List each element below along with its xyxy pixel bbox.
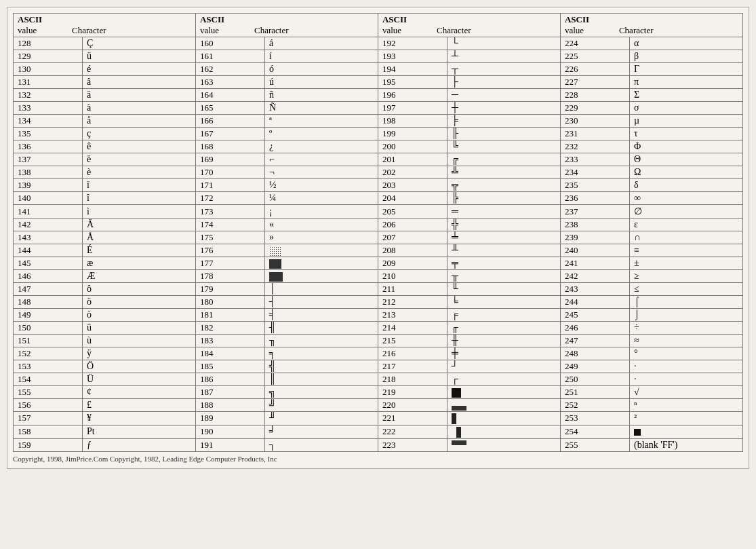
col4-row14-char: ε xyxy=(629,219,742,231)
col2-row18-value: 178 xyxy=(195,270,264,283)
col2-row7-value: 167 xyxy=(195,128,264,140)
table-row: 158Pt190╛222254 xyxy=(14,425,743,438)
col4-row26-char: · xyxy=(629,373,742,386)
col2-row31-char: ┐ xyxy=(265,438,378,451)
col4-row10-char: Ω xyxy=(629,166,742,179)
col1-row28-value: 156 xyxy=(14,399,83,412)
col1-row3-char: â xyxy=(83,76,196,89)
col4-row14-value: 238 xyxy=(560,219,629,231)
col3-row3-char: ├ xyxy=(447,76,560,89)
col4-row0-value: 224 xyxy=(560,37,629,50)
col1-row11-char: ï xyxy=(83,179,196,192)
col4-row31-value: 255 xyxy=(560,438,629,451)
col2-row11-char: ½ xyxy=(265,179,378,192)
col4-row23-value: 247 xyxy=(560,335,629,347)
col3-row24-char: ╪ xyxy=(447,347,560,360)
col4-row30-value: 254 xyxy=(560,425,629,438)
col1-row24-value: 152 xyxy=(14,347,83,360)
col2-row19-value: 179 xyxy=(195,283,264,296)
col1-row31-value: 159 xyxy=(14,438,83,451)
col1-row18-char: Æ xyxy=(83,270,196,283)
col2-row1-char: í xyxy=(265,50,378,63)
table-row: 152ÿ184╕216╪248° xyxy=(14,347,743,360)
col2-row31-value: 191 xyxy=(195,438,264,451)
col4-row17-value: 241 xyxy=(560,257,629,270)
col2-row15-value: 175 xyxy=(195,231,264,244)
col2-row6-char: ª xyxy=(265,115,378,128)
col1-row6-value: 134 xyxy=(14,115,83,128)
col3-row13-value: 205 xyxy=(378,205,447,219)
col4-row28-value: 252 xyxy=(560,399,629,412)
col1-row25-char: Ö xyxy=(83,360,196,373)
col3-row19-char: ╙ xyxy=(447,283,560,296)
col1-row20-char: ö xyxy=(83,296,196,309)
col1-row4-value: 132 xyxy=(14,89,83,102)
table-row: 153Ö185╣217┘249· xyxy=(14,360,743,373)
col3-row17-char: ╤ xyxy=(447,257,560,270)
col2-row23-char: ╖ xyxy=(265,335,378,347)
col1-row14-char: Ä xyxy=(83,219,196,231)
col1-row23-value: 151 xyxy=(14,335,83,347)
col2-row2-value: 162 xyxy=(195,63,264,76)
col4-row20-value: 244 xyxy=(560,296,629,309)
table-row: 156£188╝220252ⁿ xyxy=(14,399,743,412)
col3-row30-char xyxy=(447,425,560,438)
table-row: 150û182╢214╓246÷ xyxy=(14,322,743,335)
col2-row13-char: ¡ xyxy=(265,205,378,219)
col4-row4-value: 228 xyxy=(560,89,629,102)
col1-row13-value: 141 xyxy=(14,205,83,219)
col4-row0-char: α xyxy=(629,37,742,50)
col3-row15-char: ╧ xyxy=(447,231,560,244)
table-row: 143Å175»207╧239∩ xyxy=(14,231,743,244)
table-row: 146Æ178210╥242≥ xyxy=(14,270,743,283)
col4-row2-value: 226 xyxy=(560,63,629,76)
col2-row12-value: 172 xyxy=(195,192,264,205)
col3-row6-value: 198 xyxy=(378,115,447,128)
col4-row17-char: ± xyxy=(629,257,742,270)
col1-row13-char: ì xyxy=(83,205,196,219)
col3-row14-char: ╬ xyxy=(447,219,560,231)
col1-row21-value: 149 xyxy=(14,309,83,322)
table-row: 154Ü186║218┌250· xyxy=(14,373,743,386)
col1-row5-char: à xyxy=(83,102,196,115)
col2-row8-char: ¿ xyxy=(265,140,378,153)
col4-row16-value: 240 xyxy=(560,244,629,257)
col2-row3-value: 163 xyxy=(195,76,264,89)
col3-row16-char: ╨ xyxy=(447,244,560,257)
col2-row30-value: 190 xyxy=(195,425,264,438)
col4-row15-value: 239 xyxy=(560,231,629,244)
col4-row24-char: ° xyxy=(629,347,742,360)
col4-row3-value: 227 xyxy=(560,76,629,89)
col1-row0-char: Ç xyxy=(83,37,196,50)
col1-row17-value: 145 xyxy=(14,257,83,270)
col3-row21-value: 213 xyxy=(378,309,447,322)
col1-row19-value: 147 xyxy=(14,283,83,296)
col4-row22-value: 246 xyxy=(560,322,629,335)
table-row: 149ò181╡213╒245⌡ xyxy=(14,309,743,322)
table-row: 132ä164ñ196─228Σ xyxy=(14,89,743,102)
col3-row11-value: 203 xyxy=(378,179,447,192)
col1-row9-char: ë xyxy=(83,153,196,166)
table-row: 142Ä174«206╬238ε xyxy=(14,219,743,231)
col1-row3-value: 131 xyxy=(14,76,83,89)
col4-row15-char: ∩ xyxy=(629,231,742,244)
col1-row10-value: 138 xyxy=(14,166,83,179)
table-row: 141ì173¡205═237∅ xyxy=(14,205,743,219)
col2-row30-char: ╛ xyxy=(265,425,378,438)
table-row: 138è170¬202╩234Ω xyxy=(14,166,743,179)
col2-row0-char: á xyxy=(265,37,378,50)
col4-row1-char: β xyxy=(629,50,742,63)
col1-row24-char: ÿ xyxy=(83,347,196,360)
copyright-text: Copyright, 1998, JimPrice.Com Copyright,… xyxy=(13,455,743,463)
col4-row23-char: ≈ xyxy=(629,335,742,347)
col3-row1-char: ┴ xyxy=(447,50,560,63)
table-row: 134å166ª198╞230µ xyxy=(14,115,743,128)
col1-row29-char: ¥ xyxy=(83,412,196,425)
col3-row0-char: └ xyxy=(447,37,560,50)
col3-row5-char: ┼ xyxy=(447,102,560,115)
col2-row23-value: 183 xyxy=(195,335,264,347)
col3-row12-value: 204 xyxy=(378,192,447,205)
col2-row1-value: 161 xyxy=(195,50,264,63)
col4-row8-char: Φ xyxy=(629,140,742,153)
col4-row19-char: ≤ xyxy=(629,283,742,296)
